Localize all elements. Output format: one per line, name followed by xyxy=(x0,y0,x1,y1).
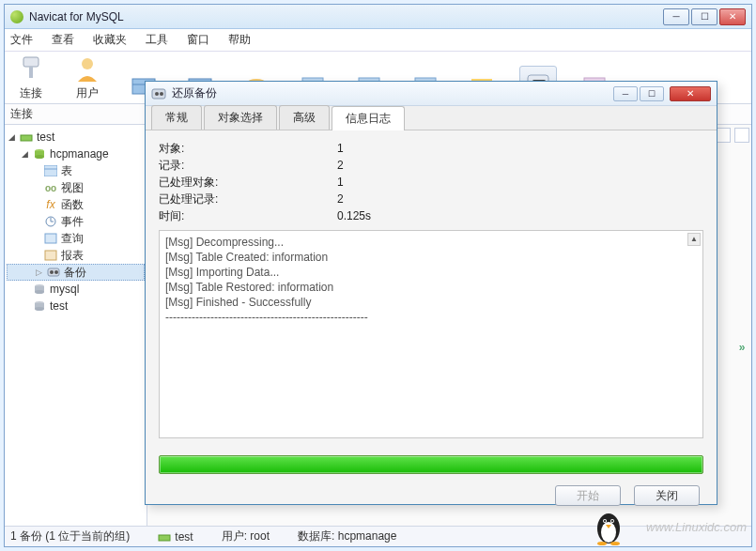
svg-rect-0 xyxy=(23,57,39,67)
menu-help[interactable]: 帮助 xyxy=(228,32,251,48)
tab-advanced[interactable]: 高级 xyxy=(279,105,330,130)
stat-procobj-value: 1 xyxy=(337,176,344,189)
tree-panel[interactable]: ◢test ◢hcpmanage 表 oo视图 fx函数 事件 查询 报表 ▷备… xyxy=(5,125,147,526)
tab-object-select[interactable]: 对象选择 xyxy=(204,105,277,130)
tab-general[interactable]: 常规 xyxy=(151,105,202,130)
svg-point-44 xyxy=(160,92,163,96)
menu-favorites[interactable]: 收藏夹 xyxy=(93,32,127,48)
tree-conn-test[interactable]: ◢test xyxy=(7,129,145,145)
close-button[interactable]: 关闭 xyxy=(634,485,700,506)
svg-point-52 xyxy=(610,542,620,545)
svg-point-40 xyxy=(35,307,44,311)
stat-procrec-value: 2 xyxy=(337,192,344,206)
svg-point-43 xyxy=(155,92,159,96)
server-icon xyxy=(158,530,171,543)
report-icon xyxy=(44,249,57,262)
menu-tools[interactable]: 工具 xyxy=(146,32,168,48)
list-view-icon[interactable] xyxy=(734,128,749,143)
status-db: test xyxy=(175,530,193,543)
svg-rect-30 xyxy=(45,234,56,243)
tree-db-hcpmanage[interactable]: ◢hcpmanage xyxy=(7,145,145,162)
expand-chevron-icon[interactable]: » xyxy=(734,341,749,354)
svg-point-49 xyxy=(604,520,606,522)
app-icon xyxy=(10,10,23,23)
grid-view-icon[interactable] xyxy=(716,128,731,143)
dialog-maximize-button[interactable]: ☐ xyxy=(640,86,664,101)
log-textarea[interactable]: ▲ [Msg] Decompressing... [Msg] Table Cre… xyxy=(159,230,703,438)
stat-procrec-label: 已处理记录: xyxy=(159,191,337,207)
tree-functions[interactable]: fx函数 xyxy=(7,196,145,213)
svg-rect-25 xyxy=(44,165,57,176)
tree-views[interactable]: oo视图 xyxy=(7,179,145,196)
table-icon xyxy=(44,164,57,177)
tool-connect[interactable]: 连接 xyxy=(12,54,50,101)
statusbar: 1 备份 (1 位于当前的组) test 用户: root 数据库: hcpma… xyxy=(5,526,751,546)
app-title: Navicat for MySQL xyxy=(29,10,661,23)
svg-point-34 xyxy=(54,270,58,274)
plug-icon xyxy=(16,54,46,84)
connection-label: 连接 xyxy=(10,106,33,122)
function-icon: fx xyxy=(44,198,57,211)
dialog-minimize-button[interactable]: ─ xyxy=(613,86,638,101)
dialog-title: 还原备份 xyxy=(172,85,613,101)
dialog-close-button[interactable]: ✕ xyxy=(670,86,711,101)
stat-time-label: 时间: xyxy=(159,208,337,224)
event-icon xyxy=(44,215,57,228)
database-icon xyxy=(33,283,46,296)
svg-point-24 xyxy=(35,155,44,159)
status-user: 用户: root xyxy=(222,528,270,544)
tree-tables[interactable]: 表 xyxy=(7,162,145,179)
tree-backup[interactable]: ▷备份 xyxy=(7,264,145,281)
menu-view[interactable]: 查看 xyxy=(52,32,74,48)
svg-point-37 xyxy=(35,290,44,294)
tab-message-log[interactable]: 信息日志 xyxy=(332,106,405,130)
menubar: 文件 查看 收藏夹 工具 窗口 帮助 xyxy=(5,29,751,52)
tree-reports[interactable]: 报表 xyxy=(7,247,145,264)
stat-objects-label: 对象: xyxy=(159,141,337,157)
status-count: 1 备份 (1 位于当前的组) xyxy=(10,528,130,544)
penguin-icon xyxy=(593,510,625,545)
restore-backup-dialog: 还原备份 ─ ☐ ✕ 常规 对象选择 高级 信息日志 对象:1 记录:2 已处理… xyxy=(145,81,717,505)
close-button[interactable]: ✕ xyxy=(719,8,746,25)
tree-db-test[interactable]: test xyxy=(7,298,145,314)
backup-icon xyxy=(151,87,166,100)
watermark: www.Linuxidc.com xyxy=(646,520,747,534)
svg-point-33 xyxy=(50,270,54,274)
tree-queries[interactable]: 查询 xyxy=(7,230,145,247)
minimize-button[interactable]: ─ xyxy=(663,8,689,25)
maximize-button[interactable]: ☐ xyxy=(691,8,717,25)
database-icon xyxy=(33,147,46,161)
stat-procobj-label: 已处理对象: xyxy=(159,175,337,191)
menu-file[interactable]: 文件 xyxy=(10,32,33,48)
scroll-up-icon[interactable]: ▲ xyxy=(687,233,701,246)
view-icon: oo xyxy=(44,181,57,194)
svg-rect-31 xyxy=(45,251,56,260)
query-icon xyxy=(44,232,57,245)
dialog-titlebar[interactable]: 还原备份 ─ ☐ ✕ xyxy=(146,82,717,106)
dialog-tabs: 常规 对象选择 高级 信息日志 xyxy=(146,106,717,130)
main-titlebar[interactable]: Navicat for MySQL ─ ☐ ✕ xyxy=(5,5,751,29)
start-button[interactable]: 开始 xyxy=(555,485,621,506)
svg-point-2 xyxy=(82,58,93,69)
svg-rect-1 xyxy=(29,67,33,78)
tool-user[interactable]: 用户 xyxy=(69,54,106,101)
svg-rect-21 xyxy=(21,135,32,141)
svg-point-50 xyxy=(611,520,613,522)
tree-events[interactable]: 事件 xyxy=(7,213,145,230)
menu-window[interactable]: 窗口 xyxy=(187,32,209,48)
server-icon xyxy=(20,130,33,144)
svg-point-51 xyxy=(597,542,607,545)
backup-icon xyxy=(47,266,60,279)
stat-records-label: 记录: xyxy=(159,158,337,174)
status-dbname: 数据库: hcpmanage xyxy=(298,528,396,544)
tree-db-mysql[interactable]: mysql xyxy=(7,281,145,298)
stat-records-value: 2 xyxy=(337,159,344,172)
stat-time-value: 0.125s xyxy=(337,209,371,222)
user-icon xyxy=(72,54,102,84)
progress-bar xyxy=(159,455,703,474)
svg-rect-41 xyxy=(159,535,170,541)
database-icon xyxy=(33,299,46,313)
stat-objects-value: 1 xyxy=(337,142,344,155)
